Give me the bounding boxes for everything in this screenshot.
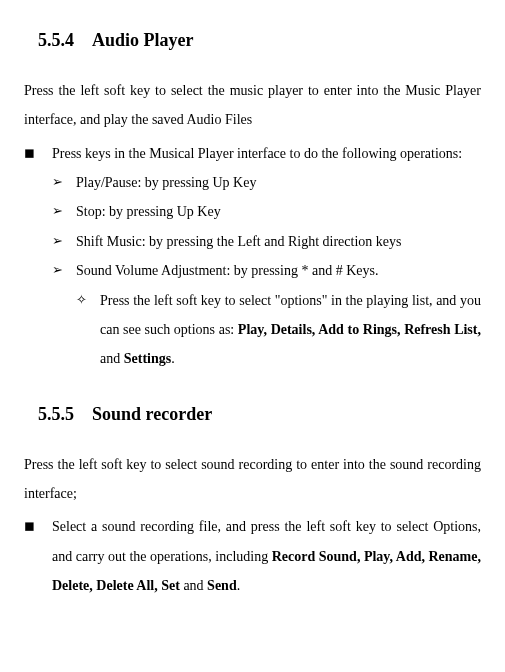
section-number: 5.5.5 (38, 396, 74, 434)
section-heading-sound-recorder: 5.5.5Sound recorder (38, 396, 481, 434)
arrow-bullet-icon: ➢ (52, 168, 76, 197)
section-title: Sound recorder (92, 404, 212, 424)
arrow-bullet-icon: ➢ (52, 197, 76, 226)
list-item: ➢ Play/Pause: by pressing Up Key (52, 168, 481, 197)
list-item-text: Shift Music: by pressing the Left and Ri… (76, 227, 481, 256)
section-title: Audio Player (92, 30, 194, 50)
list-item: ➢ Sound Volume Adjustment: by pressing *… (52, 256, 481, 285)
list-item-text: Select a sound recording file, and press… (52, 512, 481, 600)
list-item: ➢ Shift Music: by pressing the Left and … (52, 227, 481, 256)
section-number: 5.5.4 (38, 22, 74, 60)
list-item-text: Press the left soft key to select "optio… (100, 286, 481, 374)
square-bullet-icon: ◼ (24, 512, 52, 600)
diamond-bullet-icon: ✧ (76, 286, 100, 374)
intro-paragraph: Press the left soft key to select the mu… (24, 76, 481, 135)
section-heading-audio-player: 5.5.4Audio Player (38, 22, 481, 60)
arrow-bullet-icon: ➢ (52, 256, 76, 285)
list-item: ◼ Press keys in the Musical Player inter… (24, 139, 481, 168)
arrow-bullet-icon: ➢ (52, 227, 76, 256)
list-item-text: Play/Pause: by pressing Up Key (76, 168, 481, 197)
list-item-text: Sound Volume Adjustment: by pressing * a… (76, 256, 481, 285)
intro-paragraph: Press the left soft key to select sound … (24, 450, 481, 509)
list-item: ◼ Select a sound recording file, and pre… (24, 512, 481, 600)
list-item: ✧ Press the left soft key to select "opt… (76, 286, 481, 374)
square-bullet-icon: ◼ (24, 139, 52, 168)
list-item: ➢ Stop: by pressing Up Key (52, 197, 481, 226)
list-item-text: Press keys in the Musical Player interfa… (52, 139, 481, 168)
list-item-text: Stop: by pressing Up Key (76, 197, 481, 226)
